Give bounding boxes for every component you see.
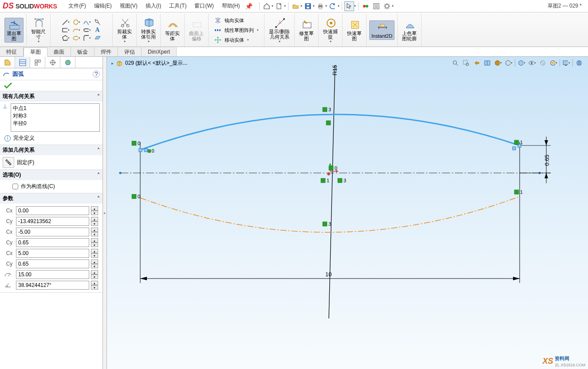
relation-item[interactable]: 半径0 <box>13 120 98 127</box>
smart-dimension-button[interactable]: 智能尺寸 ▾ <box>29 16 47 44</box>
feature-tree-tab[interactable] <box>0 57 15 68</box>
undo-button[interactable] <box>328 1 338 11</box>
radius-input[interactable] <box>16 270 89 279</box>
rapid-sketch-button[interactable]: 快速草图 <box>345 18 363 42</box>
move-entities-button[interactable]: 移动实体 <box>211 35 252 45</box>
spin-down[interactable]: ▾ <box>91 253 98 258</box>
ellipse-tool[interactable] <box>72 34 80 42</box>
spline-tool[interactable] <box>83 18 91 26</box>
tab-surfaces[interactable]: 曲面 <box>47 47 71 56</box>
construction-checkbox[interactable] <box>12 184 18 189</box>
spin-up[interactable]: ▴ <box>91 281 98 285</box>
spin-up[interactable]: ▴ <box>91 238 98 243</box>
settings-button[interactable] <box>382 1 392 11</box>
display-relations-button[interactable]: ⊥ 显示/删除几何关系▾ <box>267 16 292 44</box>
parameters-header[interactable]: 参数˄ <box>0 193 103 204</box>
angle-input[interactable] <box>16 281 89 290</box>
svg-text:1: 1 <box>520 189 523 195</box>
mirror-entities-button[interactable]: 镜向实体 <box>211 16 247 25</box>
menu-help[interactable]: 帮助(H) <box>221 1 241 11</box>
spin-down[interactable]: ▾ <box>91 211 98 215</box>
configuration-tab[interactable] <box>30 57 45 68</box>
linear-pattern-button[interactable]: 线性草图阵列 <box>211 25 261 35</box>
rectangle-tool[interactable] <box>62 26 70 34</box>
select-button[interactable] <box>344 1 354 11</box>
property-manager-tab[interactable] <box>15 57 30 68</box>
rebuild-button[interactable] <box>361 1 371 11</box>
repair-sketch-button[interactable]: 修复草图 <box>297 18 316 42</box>
center-y-input[interactable] <box>16 217 89 226</box>
end-x-input[interactable] <box>16 249 89 258</box>
save-button[interactable] <box>303 1 313 11</box>
plane-tool[interactable] <box>94 34 102 42</box>
pin-icon[interactable]: 📌 <box>245 3 253 10</box>
tab-sheetmetal[interactable]: 钣金 <box>71 47 95 56</box>
home-button[interactable] <box>262 1 272 11</box>
line-tool[interactable] <box>62 18 70 26</box>
relation-item[interactable]: 中点1 <box>13 105 98 112</box>
spin-down[interactable]: ▾ <box>91 275 98 279</box>
appearances-tab[interactable] <box>60 57 75 68</box>
trim-entities-button[interactable]: 剪裁实体▾ <box>115 16 134 44</box>
spin-up[interactable]: ▴ <box>91 206 98 211</box>
center-x-input[interactable] <box>16 206 89 215</box>
ok-checkmark-icon[interactable] <box>4 82 12 89</box>
spin-up[interactable]: ▴ <box>91 259 98 264</box>
menu-tools[interactable]: 工具(T) <box>168 1 187 11</box>
open-button[interactable] <box>291 1 300 11</box>
fix-relation-button[interactable] <box>3 157 14 168</box>
spin-down[interactable]: ▾ <box>91 243 98 247</box>
spin-up[interactable]: ▴ <box>91 217 98 221</box>
options-header[interactable]: 选项(O)˄ <box>0 170 103 180</box>
svg-rect-92 <box>139 149 142 152</box>
spin-up[interactable]: ▴ <box>91 228 98 232</box>
shade-contour-button[interactable]: 上色草图轮廓 <box>400 18 418 42</box>
spin-up[interactable]: ▴ <box>91 270 98 275</box>
fillet-tool[interactable] <box>83 34 91 42</box>
polygon-tool[interactable] <box>62 34 70 42</box>
spin-up[interactable]: ▴ <box>91 249 98 253</box>
relation-item[interactable]: 对称3 <box>13 112 98 120</box>
tab-sketch[interactable]: 草图 <box>24 47 47 57</box>
slot-tool[interactable] <box>83 26 91 34</box>
menu-view[interactable]: 视图(V) <box>119 1 138 11</box>
new-button[interactable] <box>274 1 284 11</box>
tab-features[interactable]: 特征 <box>0 47 24 56</box>
svg-rect-43 <box>303 23 311 28</box>
instant2d-button[interactable]: Instant2D <box>369 20 395 40</box>
start-y-input[interactable] <box>16 238 89 247</box>
menu-insert[interactable]: 插入(I) <box>145 1 162 11</box>
help-icon[interactable]: ? <box>93 71 100 78</box>
svg-rect-6 <box>319 7 322 9</box>
menu-window[interactable]: 窗口(W) <box>193 1 214 11</box>
menu-edit[interactable]: 编辑(E) <box>93 1 113 11</box>
graphics-area[interactable]: ▸ 029 (默认< <默认>_显示... <box>107 57 588 369</box>
dimxpert-tab[interactable] <box>45 57 60 68</box>
spin-down[interactable]: ▾ <box>91 232 98 236</box>
text-tool[interactable]: A <box>94 26 102 34</box>
quick-snaps-button[interactable]: 快速捕捉▾ <box>321 16 339 44</box>
arc-tool[interactable] <box>72 26 80 34</box>
menu-file[interactable]: 文件(F) <box>67 1 87 11</box>
options-button[interactable] <box>371 1 381 11</box>
existing-relations-header[interactable]: 现有几何关系˄ <box>0 91 103 102</box>
exit-sketch-button[interactable]: 退出草图 <box>4 18 24 43</box>
spin-down[interactable]: ▾ <box>91 285 98 290</box>
tab-dimxpert[interactable]: DimXpert <box>142 47 177 56</box>
panel-splitter[interactable]: ▸ <box>103 57 107 369</box>
convert-entities-button[interactable]: 转换实体引用▾ <box>139 16 158 44</box>
svg-rect-105 <box>321 178 325 183</box>
tab-weldments[interactable]: 焊件 <box>95 47 118 56</box>
offset-entities-button[interactable]: 等距实体 <box>163 18 182 42</box>
start-x-input[interactable] <box>16 228 89 236</box>
print-button[interactable] <box>316 1 325 11</box>
spin-down[interactable]: ▾ <box>91 221 98 226</box>
point-tool[interactable] <box>94 18 102 26</box>
command-manager-tabs: 特征 草图 曲面 钣金 焊件 评估 DimXpert <box>0 47 588 57</box>
end-y-input[interactable] <box>16 259 89 268</box>
tab-evaluate[interactable]: 评估 <box>118 47 142 56</box>
spin-down[interactable]: ▾ <box>91 264 98 268</box>
relations-listbox[interactable]: 中点1 对称3 半径0 <box>11 103 100 132</box>
add-relations-header[interactable]: 添加几何关系˄ <box>0 145 103 155</box>
circle-tool[interactable] <box>72 18 80 26</box>
